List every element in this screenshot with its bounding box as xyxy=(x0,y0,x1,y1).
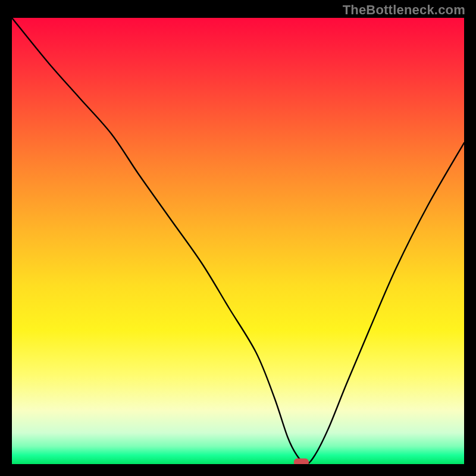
chart-svg xyxy=(12,18,464,464)
chart-frame: TheBottleneck.com xyxy=(0,0,476,476)
chart-plot-area xyxy=(12,18,464,464)
bottleneck-curve xyxy=(12,18,464,464)
attribution-watermark: TheBottleneck.com xyxy=(343,2,465,18)
optimum-marker xyxy=(294,459,308,464)
